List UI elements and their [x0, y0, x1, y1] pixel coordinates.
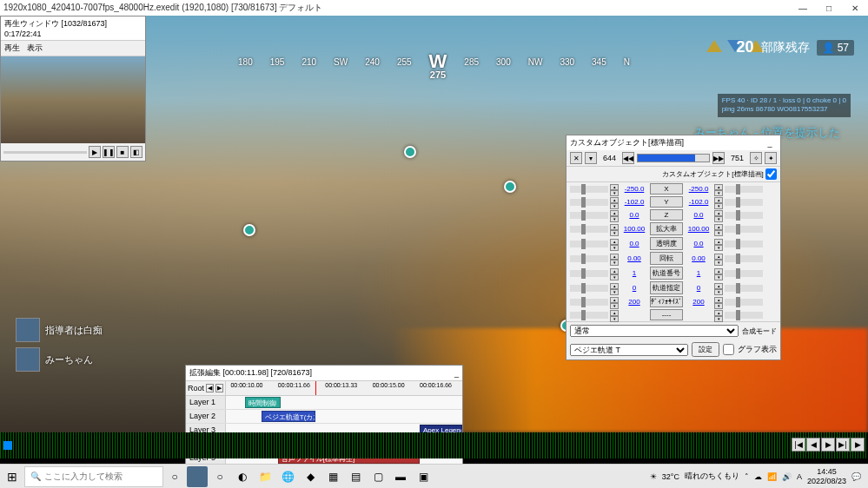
taskbar-app[interactable]: ▣	[413, 466, 434, 487]
param-value-right[interactable]: 100.00	[685, 225, 712, 233]
config-button[interactable]: 設定	[692, 342, 719, 357]
param-slider[interactable]	[570, 312, 608, 319]
curve-select[interactable]: ベジエ軌道 T	[570, 344, 688, 356]
param-slider[interactable]	[570, 212, 608, 219]
next-frame-button[interactable]: ▶▶	[712, 152, 725, 164]
param-spinner[interactable]: ▴▾	[610, 210, 619, 221]
close-button[interactable]: ✕	[842, 0, 868, 16]
waveform-strip[interactable]: |◀ ◀ ▶ ▶| ▶	[0, 432, 868, 458]
ime-icon[interactable]: A	[797, 472, 802, 481]
sub-checkbox[interactable]	[765, 168, 777, 180]
param-slider[interactable]	[725, 212, 763, 219]
object-panel-title[interactable]: カスタムオブジェクト[標準描画] _	[567, 135, 780, 150]
param-slider[interactable]	[725, 199, 763, 206]
param-label[interactable]: 軌道番号	[650, 267, 683, 280]
wave-next[interactable]: ▶	[821, 438, 835, 452]
weather-temp[interactable]: 32°C	[662, 472, 679, 481]
param-value-right[interactable]: 200	[685, 298, 712, 306]
param-label[interactable]: 拡大率	[650, 222, 683, 235]
taskbar-clock[interactable]: 14:45 2022/08/23	[807, 467, 846, 486]
param-label[interactable]: ----	[650, 309, 683, 320]
wifi-icon[interactable]: 📶	[767, 472, 777, 481]
frame-track[interactable]	[637, 154, 710, 162]
menu-play[interactable]: 再生	[4, 43, 20, 54]
param-value-right[interactable]: 0.0	[685, 240, 712, 247]
panel-minimize[interactable]: _	[763, 139, 777, 148]
layer-track[interactable]: 時間制御	[226, 396, 462, 409]
toolbar-btn[interactable]: ✕	[570, 152, 582, 164]
wave-play[interactable]: ▶	[851, 438, 865, 452]
prev-frame-button[interactable]: ◀◀	[622, 152, 634, 164]
param-spinner[interactable]: ▴▾	[610, 239, 619, 249]
param-value-left[interactable]: 0.0	[620, 211, 648, 219]
panel-minimize[interactable]: _	[454, 369, 459, 378]
param-value-left[interactable]: 0.0	[620, 240, 648, 247]
param-slider[interactable]	[570, 199, 608, 206]
preview-slider[interactable]	[3, 151, 87, 154]
param-spinner[interactable]: ▴▾	[714, 254, 723, 264]
param-slider[interactable]	[570, 270, 608, 277]
clip[interactable]: 時間制御	[245, 397, 281, 408]
blend-mode-select[interactable]: 通常	[570, 325, 739, 337]
menu-display[interactable]: 表示	[27, 43, 43, 54]
param-slider[interactable]	[570, 285, 608, 292]
param-slider[interactable]	[725, 241, 763, 247]
param-spinner[interactable]: ▴▾	[714, 184, 723, 195]
param-spinner[interactable]: ▴▾	[714, 239, 723, 249]
taskbar-app[interactable]: ▬	[390, 466, 411, 487]
param-slider[interactable]	[570, 299, 608, 306]
notifications-icon[interactable]: 💬	[851, 472, 861, 481]
search-input[interactable]	[44, 472, 157, 481]
edge-icon[interactable]: 🌐	[277, 466, 298, 487]
param-spinner[interactable]: ▴▾	[610, 197, 619, 208]
extra-button[interactable]: ◧	[130, 146, 142, 158]
stop-button[interactable]: ■	[116, 146, 129, 158]
layer-label[interactable]: Layer 1	[186, 396, 226, 409]
wave-prev-fast[interactable]: |◀	[792, 438, 805, 452]
param-spinner[interactable]: ▴▾	[714, 268, 723, 279]
volume-icon[interactable]: 🔊	[782, 472, 792, 481]
param-value-right[interactable]: 0.0	[685, 211, 712, 219]
param-spinner[interactable]: ▴▾	[610, 283, 619, 293]
param-slider[interactable]	[570, 186, 608, 193]
layer-track[interactable]: ベジエ軌道T(カスタ)	[226, 410, 462, 423]
wave-next-fast[interactable]: ▶|	[836, 438, 850, 452]
toolbar-btn[interactable]: ▾	[585, 152, 597, 164]
minimize-button[interactable]: —	[790, 0, 816, 16]
taskbar-app[interactable]: ◐	[232, 466, 253, 487]
param-spinner[interactable]: ▴▾	[714, 197, 723, 208]
param-spinner[interactable]: ▴▾	[610, 254, 619, 264]
timeline-title[interactable]: 拡張編集 [00:00:11.98] [720/81673] _	[186, 366, 462, 381]
toolbar-btn[interactable]: ✧	[750, 152, 762, 164]
param-slider[interactable]	[570, 241, 608, 247]
param-label[interactable]: ﾃﾞｨﾌｫｻｲｽﾞ	[650, 296, 683, 307]
param-slider[interactable]	[725, 255, 763, 262]
cloud-icon[interactable]: ☁	[754, 472, 762, 481]
taskbar-app[interactable]: ▦	[322, 466, 343, 487]
param-spinner[interactable]: ▴▾	[610, 297, 619, 307]
param-slider[interactable]	[725, 226, 763, 233]
param-slider[interactable]	[725, 299, 763, 306]
param-label[interactable]: X	[650, 183, 683, 195]
param-label[interactable]: Z	[650, 209, 683, 221]
param-spinner[interactable]: ▴▾	[610, 224, 619, 234]
param-value-left[interactable]: 0.00	[620, 254, 648, 262]
root-right[interactable]: ▶	[215, 384, 223, 392]
start-button[interactable]: ⊞	[0, 465, 24, 489]
cortana-icon[interactable]: ○	[164, 466, 185, 487]
param-spinner[interactable]: ▴▾	[714, 283, 723, 293]
param-spinner[interactable]: ▴▾	[714, 224, 723, 234]
param-value-left[interactable]: -250.0	[620, 185, 648, 193]
param-spinner[interactable]: ▴▾	[714, 297, 723, 307]
param-slider[interactable]	[570, 226, 608, 233]
param-value-left[interactable]: 0	[620, 284, 648, 292]
param-spinner[interactable]: ▴▾	[610, 310, 619, 320]
param-value-left[interactable]: 100.00	[620, 225, 648, 233]
preview-window[interactable]: 再生ウィンドウ [1032/81673] 0:17/22:41 再生 表示 ▶ …	[0, 16, 146, 162]
clip[interactable]: ベジエ軌道T(カスタ)	[262, 411, 316, 422]
weather-text[interactable]: 晴れのちくもり	[685, 471, 739, 482]
wave-marker[interactable]	[3, 441, 12, 450]
timeline-cursor[interactable]	[315, 381, 316, 395]
param-spinner[interactable]: ▴▾	[610, 184, 619, 195]
param-value-right[interactable]: -250.0	[685, 185, 712, 193]
